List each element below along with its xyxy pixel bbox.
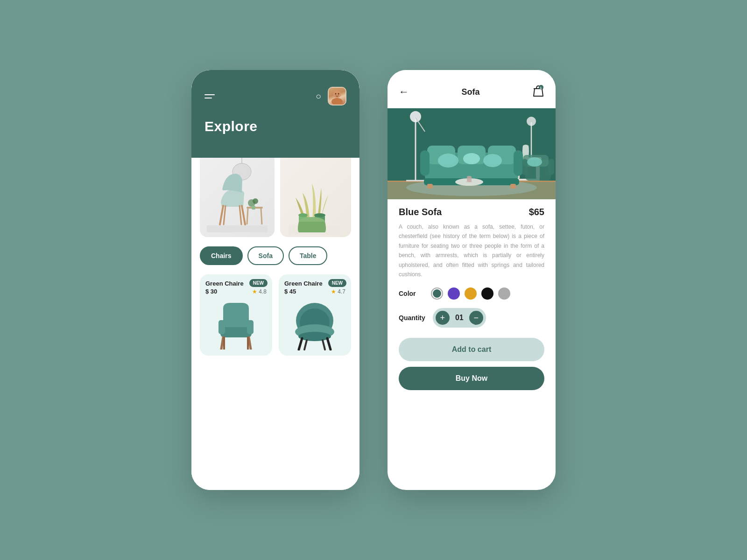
add-to-cart-button[interactable]: Add to cart [399, 338, 544, 361]
phone-body: Chairs Sofa Table NEW Green Chaire $ 30 … [191, 158, 359, 490]
svg-point-74 [527, 157, 542, 167]
svg-line-34 [299, 338, 302, 350]
star-icon-2: ★ [331, 288, 336, 295]
svg-point-64 [483, 154, 502, 167]
svg-rect-67 [467, 176, 472, 182]
color-swatch-purple[interactable] [448, 287, 460, 300]
svg-point-47 [410, 111, 421, 122]
svg-rect-25 [247, 320, 254, 334]
banner-plant[interactable] [280, 158, 351, 237]
svg-line-37 [323, 340, 325, 350]
avatar-image [329, 88, 345, 105]
svg-point-1 [331, 98, 343, 105]
left-phone: ○ Explore [191, 70, 359, 490]
color-swatch-gold[interactable] [465, 287, 477, 300]
svg-rect-60 [427, 184, 433, 189]
svg-line-26 [221, 337, 223, 349]
color-swatch-gray[interactable] [498, 287, 510, 300]
product-title-row: Blue Sofa $65 [399, 207, 544, 217]
svg-point-69 [527, 117, 536, 126]
product-image-1 [205, 299, 267, 350]
quantity-row: Quantity + 01 − [399, 308, 544, 328]
product-detail-name: Blue Sofa [399, 207, 442, 217]
star-icon-1: ★ [252, 288, 257, 295]
detail-header: ← Sofa 1 [388, 70, 556, 108]
color-row: Color [399, 287, 544, 300]
svg-rect-23 [220, 327, 252, 337]
svg-point-21 [314, 213, 325, 217]
product-rating-2: ★ 4.7 [331, 288, 345, 295]
avatar[interactable] [328, 87, 346, 105]
banner-section [200, 158, 351, 237]
product-price-1: $ 30 [205, 288, 217, 295]
svg-line-8 [242, 206, 245, 224]
color-label: Color [399, 290, 424, 297]
banner-chair[interactable] [200, 158, 275, 237]
menu-button[interactable] [204, 94, 215, 98]
svg-point-2 [335, 93, 337, 95]
svg-rect-58 [514, 150, 523, 176]
color-swatch-teal[interactable] [431, 287, 443, 300]
quantity-increase-button[interactable]: + [436, 311, 450, 325]
svg-line-12 [247, 209, 248, 224]
product-grid: NEW Green Chaire $ 30 ★ 4.8 [200, 274, 351, 356]
svg-point-19 [298, 213, 308, 217]
color-swatch-black[interactable] [481, 287, 493, 300]
quantity-value: 01 [454, 314, 465, 322]
svg-point-0 [333, 91, 341, 98]
svg-line-7 [220, 206, 223, 224]
product-card-1[interactable]: NEW Green Chaire $ 30 ★ 4.8 [200, 274, 272, 356]
tab-chairs[interactable]: Chairs [200, 246, 243, 265]
page-title: Explore [204, 119, 346, 134]
svg-line-27 [249, 337, 251, 349]
svg-line-36 [304, 340, 307, 350]
svg-line-10 [240, 206, 241, 224]
right-phone: ← Sofa 1 [388, 70, 556, 490]
svg-point-63 [463, 153, 480, 164]
back-button[interactable]: ← [399, 86, 409, 98]
svg-point-62 [438, 154, 458, 168]
svg-text:1: 1 [540, 86, 542, 90]
detail-body: Blue Sofa $65 A couch, also known as a s… [388, 199, 556, 490]
svg-point-3 [338, 93, 339, 95]
product-image-2 [284, 299, 345, 350]
svg-rect-16 [252, 206, 255, 210]
category-tabs: Chairs Sofa Table [200, 246, 351, 265]
sofa-image [388, 108, 556, 199]
quantity-control: + 01 − [433, 308, 486, 328]
new-badge-2: NEW [328, 279, 346, 287]
product-card-2[interactable]: NEW Green Chaire $ 45 ★ 4.7 [279, 274, 351, 356]
explore-header: ○ Explore [191, 70, 359, 158]
cart-button[interactable]: 1 [532, 84, 544, 100]
svg-rect-73 [549, 159, 554, 175]
svg-point-15 [253, 198, 258, 204]
product-description: A couch, also known as a sofa, settee, f… [399, 222, 544, 279]
detail-title: Sofa [461, 87, 479, 97]
svg-line-13 [261, 209, 262, 224]
product-detail-price: $65 [529, 207, 544, 217]
quantity-decrease-button[interactable]: − [469, 311, 483, 325]
search-button[interactable]: ○ [316, 91, 321, 102]
svg-rect-61 [510, 184, 516, 189]
svg-line-9 [224, 206, 226, 224]
svg-rect-72 [522, 159, 528, 175]
svg-rect-4 [207, 225, 268, 232]
quantity-label: Quantity [399, 314, 425, 322]
svg-line-35 [327, 338, 331, 350]
svg-point-33 [298, 332, 331, 341]
buy-now-button[interactable]: Buy Now [399, 367, 544, 390]
product-rating-1: ★ 4.8 [252, 288, 267, 295]
color-options [431, 287, 510, 300]
tab-sofa[interactable]: Sofa [247, 246, 284, 265]
tab-table[interactable]: Table [289, 246, 328, 265]
svg-rect-24 [218, 320, 225, 334]
svg-rect-57 [420, 150, 430, 176]
new-badge-1: NEW [249, 279, 268, 287]
product-price-2: $ 45 [284, 288, 296, 295]
